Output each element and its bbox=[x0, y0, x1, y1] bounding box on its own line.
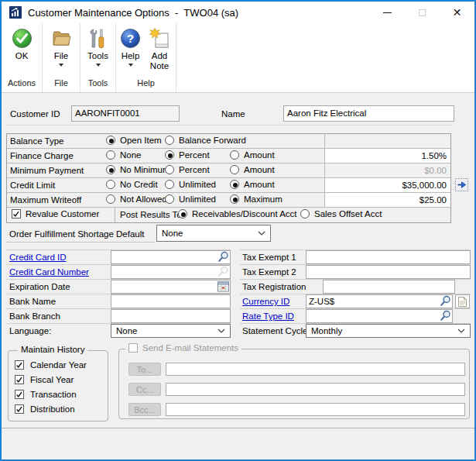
disabled-lookup-icon bbox=[217, 266, 229, 279]
ribbon-group-label-file: File bbox=[43, 78, 80, 92]
tools-button[interactable]: Tools bbox=[87, 28, 108, 67]
bank-name-label: Bank Name bbox=[9, 297, 56, 306]
maximum-writeoff-value-field[interactable]: $25.00 bbox=[324, 193, 450, 207]
tax-exempt-1-field[interactable] bbox=[306, 250, 471, 264]
radio-label: Amount bbox=[244, 150, 275, 160]
help-question-icon: ? bbox=[120, 28, 141, 49]
currency-note-button[interactable] bbox=[455, 294, 470, 308]
maximum-writeoff-label: Maximum Writeoff bbox=[10, 195, 81, 205]
expiration-date-field[interactable] bbox=[111, 280, 231, 294]
bank-name-field[interactable] bbox=[111, 294, 231, 308]
ribbon-group-tools: Tools Tools bbox=[80, 23, 116, 92]
radio-amount[interactable]: Amount bbox=[230, 150, 275, 160]
radio-icon bbox=[230, 194, 239, 204]
credit-limit-value-field[interactable]: $35,000.00 bbox=[324, 178, 450, 192]
finance-charge-value-field[interactable]: 1.50% bbox=[324, 149, 450, 163]
file-button-label: File bbox=[54, 51, 69, 61]
row-revalue-customer: Revalue Customer Post Results To: Receiv… bbox=[7, 208, 450, 222]
row-credit-limit: Credit Limit No Credit Unlimited Amount … bbox=[7, 178, 450, 193]
transaction-checkbox[interactable]: Transaction bbox=[15, 390, 77, 399]
credit-card-number-link[interactable]: Credit Card Number bbox=[9, 267, 89, 277]
ok-button[interactable]: OK bbox=[12, 28, 33, 61]
row-expiration-date: Expiration Date bbox=[6, 280, 231, 294]
distribution-checkbox[interactable]: Distribution bbox=[15, 404, 75, 414]
radio-not-allowed[interactable]: Not Allowed bbox=[106, 194, 167, 204]
radio-sales-offset-acct[interactable]: Sales Offset Acct bbox=[300, 209, 382, 218]
help-button-label: Help bbox=[122, 51, 140, 61]
radio-label: Not Allowed bbox=[120, 194, 167, 204]
rate-type-id-link[interactable]: Rate Type ID bbox=[242, 311, 294, 321]
radio-amount[interactable]: Amount bbox=[230, 180, 275, 189]
radio-label: Percent bbox=[179, 150, 210, 160]
row-finance-charge: Finance Charge None Percent Amount 1.50% bbox=[7, 149, 450, 163]
close-button[interactable]: ✕ bbox=[440, 2, 474, 23]
currency-id-link[interactable]: Currency ID bbox=[242, 297, 289, 306]
file-button[interactable]: File bbox=[51, 28, 72, 67]
order-fulfillment-dropdown[interactable]: None bbox=[156, 225, 271, 242]
radio-unlimited[interactable]: Unlimited bbox=[165, 194, 216, 204]
credit-card-id-link[interactable]: Credit Card ID bbox=[9, 253, 67, 262]
radio-amount[interactable]: Amount bbox=[230, 165, 275, 174]
radio-maximum[interactable]: Maximum bbox=[230, 194, 283, 204]
fiscal-year-checkbox[interactable]: Fiscal Year bbox=[15, 375, 74, 384]
row-language: Language: None bbox=[6, 324, 231, 339]
ribbon-group-label-help: Help bbox=[116, 78, 176, 92]
checkbox-icon bbox=[15, 390, 24, 399]
radio-icon bbox=[300, 209, 310, 218]
radio-icon bbox=[106, 180, 115, 189]
revalue-customer-checkbox[interactable]: Revalue Customer bbox=[12, 209, 99, 218]
row-rate-type-id: Rate Type ID bbox=[240, 309, 471, 324]
radio-percent[interactable]: Percent bbox=[165, 165, 210, 174]
radio-label: Amount bbox=[244, 165, 275, 174]
customer-id-field[interactable]: AARONFIT0001 bbox=[71, 105, 180, 122]
order-fulfillment-label: Order Fulfillment Shortage Default bbox=[9, 229, 145, 239]
tools-button-label: Tools bbox=[87, 51, 108, 61]
language-value: None bbox=[116, 326, 138, 335]
calendar-icon[interactable] bbox=[217, 281, 229, 294]
radio-no-credit[interactable]: No Credit bbox=[106, 180, 158, 189]
radio-none[interactable]: None bbox=[106, 150, 142, 160]
magnifier-icon[interactable] bbox=[217, 251, 229, 264]
row-minimum-payment: Minimum Payment No Minimum Percent Amoun… bbox=[7, 163, 450, 178]
help-button[interactable]: ? Help bbox=[120, 28, 141, 67]
language-label: Language: bbox=[9, 326, 51, 335]
radio-icon bbox=[106, 136, 115, 145]
magnifier-icon[interactable] bbox=[440, 295, 451, 308]
credit-limit-expansion-button[interactable] bbox=[455, 178, 468, 191]
radio-percent[interactable]: Percent bbox=[165, 150, 210, 160]
radio-icon bbox=[165, 194, 174, 204]
radio-unlimited[interactable]: Unlimited bbox=[165, 180, 216, 189]
calendar-year-checkbox[interactable]: Calendar Year bbox=[15, 360, 87, 370]
rate-type-id-field[interactable] bbox=[306, 309, 453, 323]
currency-id-field[interactable]: Z-US$ bbox=[306, 294, 453, 308]
add-note-button[interactable]: Add Note bbox=[147, 28, 172, 71]
magnifier-icon[interactable] bbox=[440, 310, 451, 323]
ribbon-group-help: ? Help Add Note Help bbox=[116, 23, 176, 92]
checkbox-icon bbox=[15, 404, 24, 414]
statement-cycle-dropdown[interactable]: Monthly bbox=[306, 324, 471, 338]
radio-label: Open Item bbox=[120, 136, 162, 145]
app-icon bbox=[9, 6, 22, 19]
radio-label: Amount bbox=[244, 180, 275, 189]
radio-no-minimum[interactable]: No Minimum bbox=[106, 165, 170, 174]
blue-expand-arrow-icon bbox=[457, 180, 467, 190]
bank-branch-field[interactable] bbox=[111, 309, 231, 323]
tax-exempt-2-field[interactable] bbox=[306, 265, 471, 279]
row-bank-name: Bank Name bbox=[6, 294, 231, 309]
radio-label: Sales Offset Acct bbox=[314, 209, 382, 218]
revalue-customer-label: Revalue Customer bbox=[26, 209, 99, 218]
radio-open-item[interactable]: Open Item bbox=[106, 136, 162, 145]
minimize-button[interactable] bbox=[370, 2, 405, 23]
dropdown-arrow-icon bbox=[128, 64, 133, 67]
name-field[interactable]: Aaron Fitz Electrical bbox=[283, 105, 454, 122]
maximize-icon bbox=[419, 9, 426, 16]
radio-receivables-discount-acct[interactable]: Receivables/Discount Acct bbox=[178, 209, 297, 218]
chevron-down-icon bbox=[457, 329, 465, 333]
radio-label: Balance Forward bbox=[179, 136, 246, 145]
credit-card-id-field[interactable] bbox=[111, 250, 231, 264]
svg-text:?: ? bbox=[127, 32, 134, 45]
credit-card-number-field[interactable] bbox=[111, 265, 231, 279]
radio-balance-forward[interactable]: Balance Forward bbox=[165, 136, 246, 145]
tax-registration-field[interactable] bbox=[323, 280, 455, 294]
language-dropdown[interactable]: None bbox=[111, 324, 231, 338]
